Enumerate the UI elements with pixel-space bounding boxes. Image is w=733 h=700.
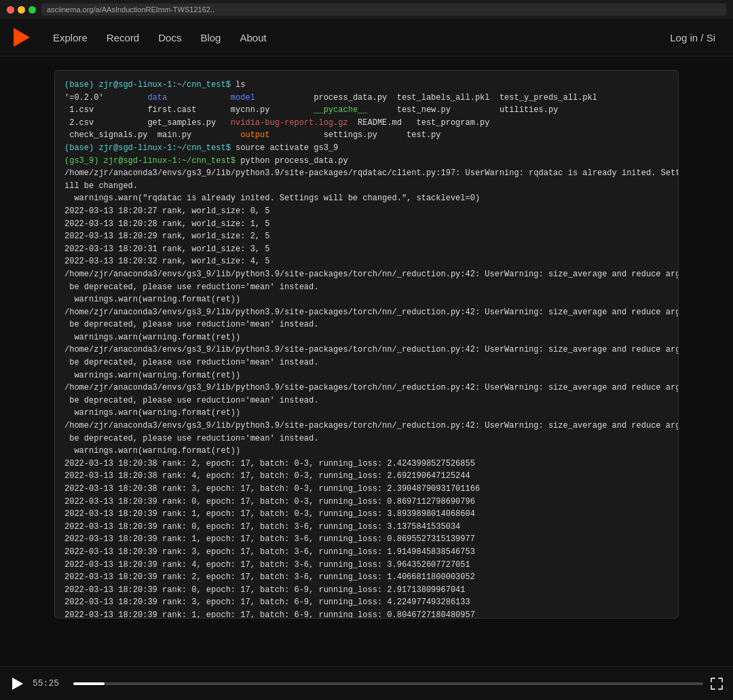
browser-controls bbox=[7, 6, 36, 14]
fullscreen-button[interactable] bbox=[710, 677, 723, 690]
term-line-14: 2022-03-13 18:20:31 rank, world_size: 3,… bbox=[64, 243, 669, 256]
term-line-28: /home/zjr/anaconda3/envs/gs3_9/lib/pytho… bbox=[64, 420, 669, 432]
term-line-2: '=0.2.0' data model process_data.py test… bbox=[64, 92, 669, 105]
term-line-31: 2022-03-13 18:20:38 rank: 2, epoch: 17, … bbox=[64, 458, 669, 471]
term-line-10: warnings.warn("rqdatac is already inited… bbox=[64, 192, 669, 205]
main-content: (base) zjr@sgd-linux-1:~/cnn_test$ ls '=… bbox=[0, 56, 733, 666]
video-bar: 55:25 bbox=[0, 666, 733, 700]
term-line-37: 2022-03-13 18:20:39 rank: 1, epoch: 17, … bbox=[64, 533, 669, 546]
terminal: (base) zjr@sgd-linux-1:~/cnn_test$ ls '=… bbox=[54, 70, 679, 619]
progress-bar[interactable] bbox=[73, 682, 703, 685]
term-line-1: (base) zjr@sgd-linux-1:~/cnn_test$ ls bbox=[64, 79, 669, 92]
logo[interactable] bbox=[11, 26, 33, 48]
nav-explore[interactable]: Explore bbox=[46, 28, 94, 48]
term-line-12: 2022-03-13 18:20:28 rank, world_size: 1,… bbox=[64, 218, 669, 231]
term-line-40: 2022-03-13 18:20:39 rank: 2, epoch: 17, … bbox=[64, 571, 669, 584]
term-line-16: /home/zjr/anaconda3/envs/gs3_9/lib/pytho… bbox=[64, 268, 669, 281]
term-line-17: be deprecated, please use reduction='mea… bbox=[64, 281, 669, 294]
term-line-33: 2022-03-13 18:20:38 rank: 3, epoch: 17, … bbox=[64, 483, 669, 496]
url-text: asciinema.org/a/AAsInductionREImm-TWS121… bbox=[47, 5, 214, 14]
term-line-38: 2022-03-13 18:20:39 rank: 3, epoch: 17, … bbox=[64, 546, 669, 559]
term-line-35: 2022-03-13 18:20:39 rank: 1, epoch: 17, … bbox=[64, 508, 669, 521]
term-line-4: 2.csv get_samples.py nvidia-bug-report.l… bbox=[64, 117, 669, 130]
term-line-29: be deprecated, please use reduction='mea… bbox=[64, 432, 669, 445]
term-line-8: /home/zjr/anaconda3/envs/gs3_9/lib/pytho… bbox=[64, 167, 669, 180]
term-line-22: /home/zjr/anaconda3/envs/gs3_9/lib/pytho… bbox=[64, 344, 669, 356]
term-line-26: be deprecated, please use reduction='mea… bbox=[64, 394, 669, 407]
term-line-24: warnings.warn(warning.format(ret)) bbox=[64, 369, 669, 382]
nav-blog[interactable]: Blog bbox=[193, 28, 227, 48]
term-line-3: 1.csv first.cast mycnn.py __pycache__ te… bbox=[64, 104, 669, 117]
term-line-20: be deprecated, please use reduction='mea… bbox=[64, 318, 669, 331]
nav-links: Explore Record Docs Blog About bbox=[46, 28, 274, 48]
time-display: 55:25 bbox=[33, 678, 67, 688]
term-line-25: /home/zjr/anaconda3/envs/gs3_9/lib/pytho… bbox=[64, 382, 669, 394]
play-button[interactable] bbox=[10, 676, 26, 692]
term-line-41: 2022-03-13 18:20:39 rank: 0, epoch: 17, … bbox=[64, 584, 669, 597]
close-dot[interactable] bbox=[7, 6, 14, 14]
term-line-34: 2022-03-13 18:20:39 rank: 0, epoch: 17, … bbox=[64, 496, 669, 509]
term-line-23: be deprecated, please use reduction='mea… bbox=[64, 356, 669, 369]
logo-icon bbox=[14, 28, 30, 47]
fullscreen-icon bbox=[711, 678, 723, 690]
play-icon bbox=[12, 678, 23, 690]
navbar: Explore Record Docs Blog About Log in / … bbox=[0, 19, 733, 56]
term-line-15: 2022-03-13 18:20:32 rank, world_size: 4,… bbox=[64, 255, 669, 268]
term-line-43: 2022-03-13 18:20:39 rank: 1, epoch: 17, … bbox=[64, 609, 669, 619]
term-line-30: warnings.warn(warning.format(ret)) bbox=[64, 445, 669, 458]
term-line-7: (gs3_9) zjr@sgd-linux-1:~/cnn_test$ pyth… bbox=[64, 155, 669, 168]
term-line-6: (base) zjr@sgd-linux-1:~/cnn_test$ sourc… bbox=[64, 142, 669, 155]
term-line-32: 2022-03-13 18:20:38 rank: 4, epoch: 17, … bbox=[64, 470, 669, 483]
minimize-dot[interactable] bbox=[18, 6, 25, 14]
term-line-36: 2022-03-13 18:20:39 rank: 0, epoch: 17, … bbox=[64, 521, 669, 534]
term-line-18: warnings.warn(warning.format(ret)) bbox=[64, 293, 669, 306]
login-button[interactable]: Log in / Si bbox=[663, 28, 722, 48]
browser-bar: asciinema.org/a/AAsInductionREImm-TWS121… bbox=[0, 0, 733, 19]
term-line-13: 2022-03-13 18:20:29 rank, world_size: 2,… bbox=[64, 230, 669, 243]
nav-docs[interactable]: Docs bbox=[151, 28, 188, 48]
term-line-21: warnings.warn(warning.format(ret)) bbox=[64, 331, 669, 344]
term-line-27: warnings.warn(warning.format(ret)) bbox=[64, 407, 669, 420]
term-line-9: ill be changed. bbox=[64, 180, 669, 193]
nav-record[interactable]: Record bbox=[100, 28, 146, 48]
term-line-19: /home/zjr/anaconda3/envs/gs3_9/lib/pytho… bbox=[64, 306, 669, 319]
maximize-dot[interactable] bbox=[29, 6, 36, 14]
url-bar[interactable]: asciinema.org/a/AAsInductionREImm-TWS121… bbox=[41, 3, 726, 16]
progress-fill bbox=[73, 682, 105, 685]
nav-about[interactable]: About bbox=[233, 28, 273, 48]
term-line-42: 2022-03-13 18:20:39 rank: 3, epoch: 17, … bbox=[64, 596, 669, 609]
term-line-39: 2022-03-13 18:20:39 rank: 4, epoch: 17, … bbox=[64, 559, 669, 572]
term-line-11: 2022-03-13 18:20:27 rank, world_size: 0,… bbox=[64, 205, 669, 218]
term-line-5: check_signals.py main.py output settings… bbox=[64, 129, 669, 142]
